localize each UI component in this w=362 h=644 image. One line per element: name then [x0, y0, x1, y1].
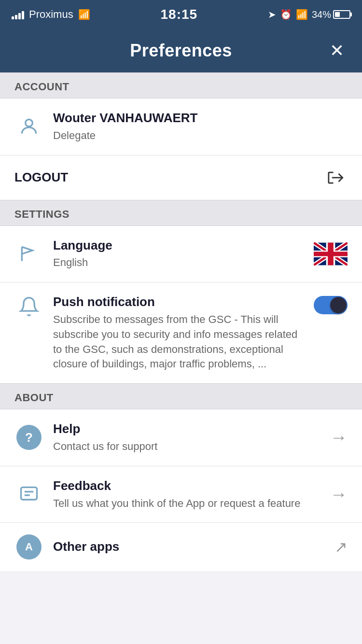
language-title: Language — [53, 238, 306, 254]
logout-action — [324, 167, 348, 188]
location-icon: ➤ — [268, 9, 276, 20]
push-notification-toggle[interactable] — [314, 296, 348, 314]
signal-bars — [12, 10, 24, 19]
flag-icon — [18, 243, 40, 265]
battery: 34% — [312, 9, 350, 20]
chat-icon — [18, 484, 40, 505]
push-notification-body: Push notification Subscribe to messages … — [53, 294, 306, 372]
about-section-header: ABOUT — [0, 383, 362, 409]
wifi-icon: 📶 — [78, 9, 90, 20]
uk-flag-icon — [314, 242, 348, 266]
help-arrow: → — [330, 427, 348, 448]
bluetooth-icon: 📶 — [296, 9, 308, 20]
language-value: English — [53, 255, 306, 270]
page-title: Preferences — [130, 41, 232, 61]
bell-icon-container — [14, 296, 43, 317]
push-toggle-action[interactable] — [314, 296, 348, 314]
status-bar: Proximus 📶 18:15 ➤ ⏰ 📶 34% — [0, 0, 362, 29]
push-notification-item: Push notification Subscribe to messages … — [0, 282, 362, 383]
close-icon: ✕ — [330, 41, 344, 61]
settings-section-header: SETTINGS — [0, 200, 362, 226]
feedback-item[interactable]: Feedback Tell us what you think of the A… — [0, 466, 362, 523]
logout-body: LOGOUT — [14, 169, 317, 186]
account-section: Wouter VANHAUWAERT Delegate LOGOUT — [0, 98, 362, 200]
close-button[interactable]: ✕ — [325, 39, 348, 62]
help-title: Help — [53, 421, 322, 437]
user-info-item: Wouter VANHAUWAERT Delegate — [0, 98, 362, 155]
alarm-icon: ⏰ — [280, 9, 292, 20]
battery-fill — [335, 12, 340, 17]
logout-label: LOGOUT — [14, 169, 317, 186]
feedback-icon-container — [14, 484, 43, 505]
language-icon — [14, 243, 43, 265]
status-left: Proximus 📶 — [12, 8, 90, 21]
about-section: ? Help Contact us for support → Feedback… — [0, 409, 362, 571]
settings-section: Language English — [0, 226, 362, 384]
battery-icon — [333, 10, 350, 19]
other-apps-icon-container: A — [14, 534, 43, 560]
feedback-subtitle: Tell us what you think of the App or req… — [53, 496, 322, 511]
push-notification-title: Push notification — [53, 294, 306, 310]
time-label: 18:15 — [161, 7, 198, 22]
user-name: Wouter VANHAUWAERT — [53, 110, 348, 126]
other-apps-body: Other apps — [53, 539, 327, 555]
push-notification-description: Subscribe to messages from the GSC - Thi… — [53, 312, 306, 372]
svg-rect-10 — [314, 252, 348, 256]
logout-item[interactable]: LOGOUT — [0, 155, 362, 200]
feedback-title: Feedback — [53, 478, 322, 494]
help-subtitle: Contact us for support — [53, 439, 322, 454]
help-body: Help Contact us for support — [53, 421, 322, 454]
language-body: Language English — [53, 238, 306, 271]
user-info-body: Wouter VANHAUWAERT Delegate — [53, 110, 348, 143]
battery-percent: 34% — [312, 9, 331, 20]
language-item[interactable]: Language English — [0, 226, 362, 282]
user-avatar-icon — [14, 116, 43, 137]
feedback-arrow: → — [330, 484, 348, 504]
language-action — [314, 242, 348, 266]
help-icon-container: ? — [14, 425, 43, 450]
header: Preferences ✕ — [0, 29, 362, 72]
question-mark-icon: ? — [16, 425, 42, 450]
bell-icon — [18, 296, 40, 317]
user-role: Delegate — [53, 128, 348, 143]
toggle-knob — [330, 297, 347, 313]
help-item[interactable]: ? Help Contact us for support → — [0, 409, 362, 466]
svg-point-0 — [26, 120, 33, 127]
status-right: ➤ ⏰ 📶 34% — [268, 9, 350, 20]
account-section-header: ACCOUNT — [0, 72, 362, 98]
feedback-body: Feedback Tell us what you think of the A… — [53, 478, 322, 511]
person-icon — [18, 116, 40, 137]
svg-rect-11 — [21, 487, 37, 500]
other-apps-icon: A — [16, 534, 42, 560]
other-apps-item[interactable]: A Other apps ↗ — [0, 523, 362, 571]
logout-icon — [324, 167, 348, 188]
other-apps-title: Other apps — [53, 539, 327, 555]
carrier-label: Proximus — [29, 8, 73, 21]
other-apps-arrow: ↗ — [334, 538, 348, 556]
